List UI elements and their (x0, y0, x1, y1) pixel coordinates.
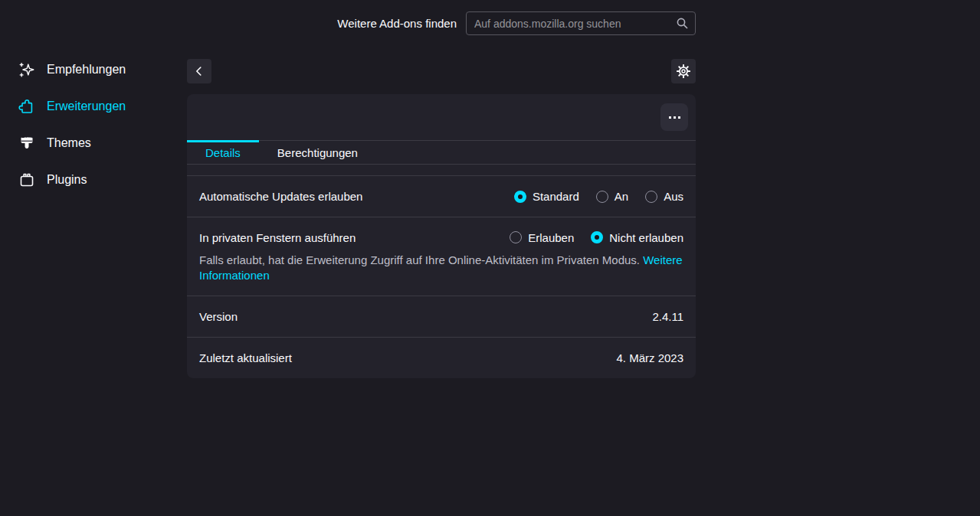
sidebar-item-label: Empfehlungen (47, 63, 126, 77)
categories-sidebar: Empfehlungen Erweiterungen Themes Plugin… (12, 51, 175, 198)
dot-icon (678, 116, 680, 119)
version-label: Version (199, 310, 238, 323)
auto-updates-radio-group: Standard An Aus (514, 190, 683, 203)
more-options-button[interactable] (660, 103, 688, 131)
puzzle-icon (18, 98, 35, 115)
search-icon (676, 17, 689, 32)
radio-icon[interactable] (510, 231, 522, 243)
last-updated-value: 4. März 2023 (616, 351, 683, 364)
radio-option-dont-allow[interactable]: Nicht erlauben (591, 231, 683, 244)
description-text: Falls erlaubt, hat die Erweiterung Zugri… (199, 253, 643, 266)
radio-option-standard[interactable]: Standard (514, 190, 579, 203)
private-browsing-label: In privaten Fenstern ausführen (199, 231, 356, 244)
radio-label: Nicht erlauben (609, 231, 683, 244)
last-updated-label: Zuletzt aktualisiert (199, 351, 292, 364)
plug-icon (18, 171, 35, 188)
topbar: Weitere Add-ons finden (187, 11, 696, 35)
radio-label: Standard (533, 190, 579, 203)
radio-icon[interactable] (645, 191, 657, 203)
tab-details[interactable]: Details (187, 141, 259, 164)
chevron-left-icon (192, 64, 206, 78)
detail-toolbar (187, 59, 696, 83)
radio-label: Aus (664, 190, 683, 203)
tab-permissions[interactable]: Berechtigungen (259, 141, 376, 164)
addon-card-header (187, 94, 696, 140)
radio-icon[interactable] (591, 231, 603, 243)
version-value: 2.4.11 (652, 310, 683, 323)
sidebar-item-plugins[interactable]: Plugins (12, 162, 175, 198)
radio-icon[interactable] (514, 191, 526, 203)
dot-icon (669, 116, 671, 119)
addon-detail-card: Details Berechtigungen Automatische Upda… (187, 94, 696, 378)
radio-label: An (615, 190, 628, 203)
radio-option-off[interactable]: Aus (645, 190, 683, 203)
detail-tabstrip: Details Berechtigungen (187, 140, 696, 165)
version-row: Version 2.4.11 (187, 296, 696, 337)
addons-manager-page: Weitere Add-ons finden Empfehlungen (0, 0, 980, 516)
radio-option-allow[interactable]: Erlauben (510, 231, 574, 244)
private-browsing-row: In privaten Fenstern ausführen Erlauben … (187, 217, 696, 296)
back-button[interactable] (187, 59, 211, 83)
last-updated-row: Zuletzt aktualisiert 4. März 2023 (187, 337, 696, 378)
auto-updates-row: Automatische Updates erlauben Standard A… (187, 175, 696, 217)
sidebar-item-label: Erweiterungen (47, 100, 126, 113)
private-browsing-radio-group: Erlauben Nicht erlauben (510, 231, 683, 244)
radio-label: Erlauben (528, 231, 574, 244)
sidebar-item-extensions[interactable]: Erweiterungen (12, 88, 175, 125)
details-panel: Automatische Updates erlauben Standard A… (187, 165, 696, 378)
sparkle-icon (18, 61, 35, 78)
addons-search (466, 11, 696, 35)
addons-search-input[interactable] (466, 11, 696, 35)
settings-button[interactable] (671, 59, 696, 83)
find-addons-label: Weitere Add-ons finden (337, 17, 457, 30)
sidebar-item-recommendations[interactable]: Empfehlungen (12, 51, 175, 88)
sidebar-item-label: Plugins (47, 173, 87, 187)
private-browsing-description: Falls erlaubt, hat die Erweiterung Zugri… (199, 253, 683, 283)
dot-icon (674, 116, 676, 119)
paintbrush-icon (18, 135, 35, 152)
radio-icon[interactable] (596, 191, 608, 203)
sidebar-item-label: Themes (47, 136, 91, 150)
auto-updates-label: Automatische Updates erlauben (199, 190, 362, 203)
addon-detail-view: Details Berechtigungen Automatische Upda… (187, 59, 696, 378)
sidebar-item-themes[interactable]: Themes (12, 125, 175, 162)
radio-option-on[interactable]: An (596, 190, 628, 203)
gear-icon (676, 64, 691, 79)
